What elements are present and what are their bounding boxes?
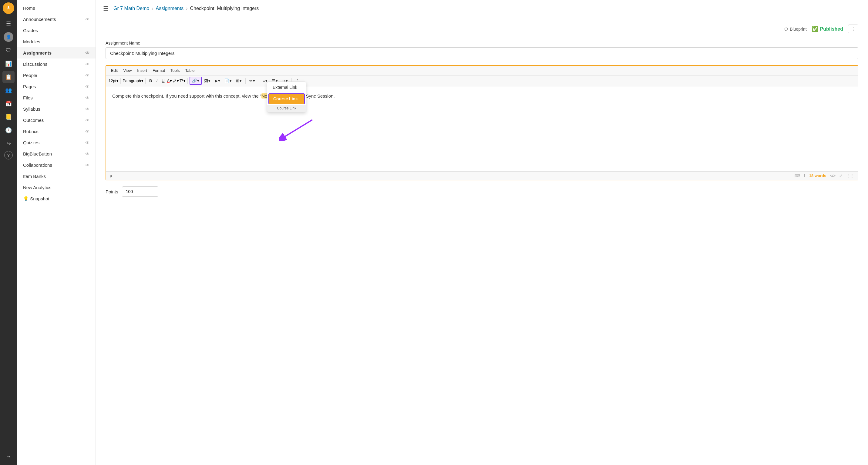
breadcrumb-course[interactable]: Gr 7 Math Demo (114, 6, 149, 11)
p-tag: p (110, 173, 112, 178)
sidebar-item-people[interactable]: People 👁 (17, 70, 96, 81)
external-link-option[interactable]: External Link (267, 82, 306, 93)
edit-menu[interactable]: Edit (108, 67, 120, 74)
blueprint-button[interactable]: ⬡ Blueprint (784, 27, 806, 32)
paragraph-chevron: ▾ (141, 78, 144, 83)
media-dropdown[interactable]: ▶ ▾ (213, 77, 222, 84)
breadcrumb-sep2: › (186, 6, 187, 11)
table-chevron: ▾ (240, 78, 242, 83)
code-view-icon[interactable]: </> (830, 173, 836, 178)
format-icon: ✏ (249, 78, 253, 83)
font-color-dropdown[interactable]: A ▾ (167, 78, 172, 83)
font-size-dropdown[interactable]: 12pt ▾ (108, 78, 119, 83)
format-menu[interactable]: Format (150, 67, 167, 74)
underline-button[interactable]: U (160, 77, 166, 84)
sidebar-item-quizzes[interactable]: Quizzes 👁 (17, 137, 96, 148)
highlight-chevron: ▾ (177, 78, 179, 83)
course-link-tooltip: Course Link (267, 105, 306, 112)
arrow-annotation (279, 117, 315, 141)
calendar-icon[interactable]: 📅 (2, 98, 14, 110)
eye-icon: 👁 (85, 118, 90, 123)
table-menu[interactable]: Table (183, 67, 197, 74)
assignments-rail-icon[interactable]: 📋 (2, 71, 14, 83)
sidebar-item-item-banks[interactable]: Item Banks (17, 171, 96, 182)
highlight-dropdown[interactable]: 🖊 ▾ (173, 78, 179, 83)
sidebar-item-bigbluebutton[interactable]: BigBlueButton 👁 (17, 148, 96, 160)
sidebar-item-files[interactable]: Files 👁 (17, 92, 96, 103)
sidebar-item-syllabus[interactable]: Syllabus 👁 (17, 103, 96, 114)
badge-icon[interactable]: 🛡 (2, 44, 14, 56)
image-dropdown[interactable]: 🖼 ▾ (202, 77, 212, 84)
breadcrumb-sep1: › (152, 6, 153, 11)
hamburger-button[interactable]: ☰ (103, 5, 108, 12)
italic-button[interactable]: I (154, 77, 159, 84)
link-chevron: ▾ (197, 78, 199, 83)
paragraph-style-dropdown[interactable]: Paragraph ▾ (123, 78, 144, 83)
sidebar-item-snapshot[interactable]: 💡 Snapshot (17, 193, 96, 205)
gradebook-icon[interactable]: 📒 (2, 111, 14, 123)
points-row: Points (105, 187, 858, 197)
link-icon: 🔗 (192, 78, 197, 83)
topbar: ☰ Gr 7 Math Demo › Assignments › Checkpo… (96, 0, 868, 17)
blueprint-icon: ⬡ (784, 27, 788, 32)
eye-icon: 👁 (85, 84, 90, 89)
superscript-dropdown[interactable]: T² ▾ (180, 78, 186, 83)
sidebar-item-collaborations[interactable]: Collaborations 👁 (17, 160, 96, 171)
points-input[interactable] (122, 187, 158, 197)
align-icon: ≡ (262, 78, 265, 83)
avatar-icon[interactable]: 👤 (2, 31, 14, 43)
people-rail-icon[interactable]: 👥 (2, 84, 14, 96)
accessibility-icon: ℹ (804, 173, 806, 178)
expand-icon[interactable]: → (2, 451, 14, 463)
editor-body[interactable]: Complete this checkpoint. If you need su… (106, 87, 858, 171)
canvas-logo[interactable] (3, 2, 14, 14)
editor-footer: p ⌨ ℹ 18 words </> ⤢ ⋮⋮ (106, 171, 858, 180)
tools-menu[interactable]: Tools (168, 67, 182, 74)
expand-editor-icon[interactable]: ⤢ (839, 173, 842, 178)
more-editor-icon[interactable]: ⋮⋮ (846, 173, 854, 178)
breadcrumb-section[interactable]: Assignments (156, 6, 184, 11)
transfer-icon[interactable]: ↪ (2, 138, 14, 150)
sidebar-item-label: Assignments (23, 50, 52, 56)
sidebar-item-label: Outcomes (23, 118, 44, 123)
sidebar-item-announcements[interactable]: Announcements 👁 (17, 14, 96, 25)
keyboard-icon: ⌨ (795, 173, 800, 178)
sidebar-item-label: Files (23, 95, 33, 100)
analytics-icon[interactable]: 📊 (2, 58, 14, 70)
eye-icon: 👁 (85, 62, 90, 67)
published-label: Published (820, 26, 843, 32)
link-dropdown-trigger[interactable]: 🔗 ▾ (190, 77, 202, 85)
assignment-header: ⬡ Blueprint ✅ Published ⋮ (105, 25, 858, 33)
insert-menu[interactable]: Insert (135, 67, 150, 74)
superscript-chevron: ▾ (184, 78, 186, 83)
table-insert-dropdown[interactable]: ⊞ ▾ (234, 77, 244, 84)
sidebar-item-pages[interactable]: Pages 👁 (17, 81, 96, 92)
eye-icon: 👁 (85, 107, 90, 111)
sidebar-item-assignments[interactable]: Assignments 👁 (17, 47, 96, 59)
sidebar-item-modules[interactable]: Modules (17, 36, 96, 47)
hamburger-icon[interactable]: ☰ (2, 18, 14, 30)
sidebar-item-new-analytics[interactable]: New Analytics (17, 182, 96, 193)
clock-icon[interactable]: 🕐 (2, 124, 14, 136)
format-dropdown[interactable]: ✏ ▾ (247, 77, 257, 84)
rich-text-editor: Edit View Insert Format Tools Table 12pt… (105, 65, 858, 180)
bold-button[interactable]: B (147, 77, 154, 84)
more-options-button[interactable]: ⋮ (848, 25, 858, 33)
document-dropdown[interactable]: 📄 ▾ (223, 77, 234, 84)
course-link-option[interactable]: Course Link (269, 93, 305, 104)
view-menu[interactable]: View (121, 67, 134, 74)
sidebar-item-home[interactable]: Home (17, 2, 96, 14)
sidebar-item-label: People (23, 73, 37, 78)
sep4 (245, 78, 246, 84)
sidebar-item-grades[interactable]: Grades (17, 25, 96, 36)
help-icon[interactable]: ? (4, 151, 13, 160)
points-label: Points (105, 189, 118, 194)
sidebar-item-label: Announcements (23, 17, 56, 22)
assignment-name-input[interactable] (105, 47, 858, 59)
sidebar-item-outcomes[interactable]: Outcomes 👁 (17, 114, 96, 126)
breadcrumb-current: Checkpoint: Multiplying Integers (190, 6, 259, 11)
eye-icon: 👁 (85, 129, 90, 134)
sidebar-item-rubrics[interactable]: Rubrics 👁 (17, 126, 96, 137)
sidebar-item-discussions[interactable]: Discussions 👁 (17, 59, 96, 70)
eye-icon: 👁 (85, 51, 90, 56)
